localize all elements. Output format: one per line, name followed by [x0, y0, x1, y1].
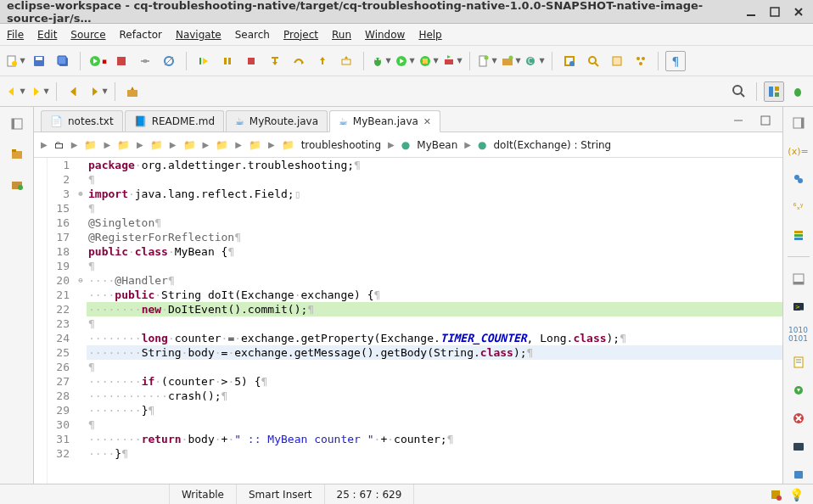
disconnect-button[interactable]	[135, 51, 155, 71]
back-button[interactable]: ▼	[5, 81, 25, 102]
svg-point-42	[589, 57, 596, 64]
menu-refactor[interactable]: Refactor	[120, 29, 162, 41]
forward-button[interactable]: ▼	[29, 81, 49, 102]
terminal-icon[interactable]	[788, 464, 809, 484]
package-explorer-icon[interactable]	[7, 144, 27, 165]
search-button[interactable]	[583, 51, 603, 71]
chevron-icon[interactable]: ▶	[41, 140, 48, 149]
step-return-button[interactable]	[312, 51, 333, 71]
folder-icon[interactable]: 📁	[150, 139, 163, 151]
quick-access-button[interactable]	[729, 81, 749, 102]
coverage-button[interactable]: ▼	[418, 51, 439, 71]
menu-edit[interactable]: Edit	[37, 29, 57, 41]
outline-icon[interactable]	[788, 225, 809, 244]
new-button[interactable]: ▼	[5, 51, 25, 71]
restore-bottom-icon[interactable]	[788, 269, 809, 288]
variables-icon[interactable]: (x)=	[788, 142, 809, 161]
svg-rect-17	[224, 58, 227, 64]
menu-help[interactable]: Help	[418, 29, 441, 41]
menu-navigate[interactable]: Navigate	[176, 29, 221, 41]
svg-marker-33	[447, 55, 451, 59]
restore-right-icon[interactable]	[788, 114, 809, 133]
status-insert: Smart Insert	[237, 484, 325, 504]
restore-left-icon[interactable]	[7, 114, 27, 134]
perspective-debug-button[interactable]	[788, 81, 808, 102]
folder-icon[interactable]: 📁	[282, 139, 294, 151]
svg-rect-75	[794, 238, 803, 240]
menu-window[interactable]: Window	[365, 29, 405, 41]
tip-icon[interactable]: 💡	[786, 484, 806, 505]
code-editor[interactable]: 123151617181920212223242526272829303132 …	[34, 158, 782, 484]
console-icon[interactable]: >_	[788, 297, 809, 316]
stop-button[interactable]	[241, 51, 261, 71]
line-number-gutter[interactable]: 123151617181920212223242526272829303132	[48, 158, 75, 484]
step-into-button[interactable]	[265, 51, 285, 71]
skip-breakpoints-button[interactable]	[159, 51, 179, 71]
fold-gutter[interactable]: ⊕⊖	[75, 158, 87, 484]
next-annotation-button[interactable]: ▼	[87, 81, 108, 102]
folder-icon[interactable]: 📁	[84, 139, 97, 151]
toggle-breadcrumb-button[interactable]	[631, 51, 651, 71]
resume-button[interactable]	[193, 51, 214, 71]
svg-rect-57	[769, 87, 773, 97]
tasks-icon[interactable]	[788, 353, 809, 372]
drop-frame-button[interactable]	[336, 51, 356, 71]
new-package-button[interactable]: ▼	[501, 51, 521, 71]
folder-icon[interactable]: 📁	[117, 139, 130, 151]
maximize-button[interactable]	[767, 4, 782, 20]
binary-icon[interactable]: 10100101	[788, 325, 809, 344]
project-icon[interactable]: 🗀	[54, 139, 64, 151]
error-log-icon[interactable]	[788, 408, 809, 428]
minimize-view-icon[interactable]	[728, 110, 749, 131]
menu-source[interactable]: Source	[70, 29, 105, 41]
pin-button[interactable]	[122, 81, 143, 102]
annotation-gutter[interactable]	[34, 158, 48, 484]
folder-icon[interactable]: 📁	[216, 139, 228, 151]
perspective-java-button[interactable]	[764, 81, 784, 102]
save-all-button[interactable]	[53, 51, 73, 71]
problems-icon[interactable]	[788, 381, 809, 400]
external-tools-button[interactable]: ▼	[442, 51, 463, 71]
tab-notes[interactable]: 📄notes.txt	[41, 110, 123, 132]
tab-readme[interactable]: 📘README.md	[125, 110, 224, 132]
svg-point-37	[509, 55, 513, 59]
run-button[interactable]: ▼	[395, 51, 415, 71]
breadcrumb-method[interactable]: doIt(Exchange) : String	[494, 139, 612, 151]
open-type-button[interactable]	[559, 51, 580, 71]
tab-myroute[interactable]: ☕MyRoute.java	[226, 110, 328, 132]
svg-rect-53	[127, 90, 137, 97]
folder-icon[interactable]: 📁	[249, 139, 261, 151]
terminate-button[interactable]	[111, 51, 132, 71]
menu-search[interactable]: Search	[235, 29, 270, 41]
step-over-button[interactable]	[289, 51, 309, 71]
pilcrow-button[interactable]: ¶	[665, 51, 686, 71]
new-class-button[interactable]: C▼	[524, 51, 545, 71]
save-button[interactable]	[29, 51, 49, 71]
close-button[interactable]	[791, 4, 806, 20]
folder-icon[interactable]: 📁	[183, 139, 196, 151]
svg-rect-73	[794, 231, 803, 233]
last-edit-button[interactable]	[64, 81, 84, 102]
code-body[interactable]: package·org.aldettinger.troubleshooting;…	[87, 158, 782, 484]
toggle-mark-button[interactable]	[607, 51, 627, 71]
svg-marker-48	[8, 87, 14, 96]
type-hierarchy-icon[interactable]	[7, 175, 27, 195]
breakpoints-icon[interactable]	[788, 170, 809, 189]
menu-project[interactable]: Project	[283, 29, 318, 41]
run-last-button[interactable]: ▪	[87, 51, 108, 71]
suspend-button[interactable]	[217, 51, 238, 71]
debug-button[interactable]: ▼	[371, 51, 391, 71]
breadcrumb-class[interactable]: MyBean	[417, 139, 457, 151]
tab-mybean[interactable]: ☕MyBean.java✕	[329, 110, 440, 132]
status-sync-icon[interactable]	[765, 484, 786, 505]
breadcrumb-package[interactable]: troubleshooting	[301, 139, 381, 151]
minimize-button[interactable]	[743, 4, 759, 20]
expressions-icon[interactable]: ⁶ₓʸ	[788, 198, 809, 217]
svg-point-60	[794, 88, 801, 97]
tab-close-icon[interactable]: ✕	[423, 116, 431, 127]
menu-file[interactable]: File	[7, 29, 24, 41]
maximize-view-icon[interactable]	[755, 110, 776, 131]
debug-shell-icon[interactable]	[788, 436, 809, 456]
new-java-button[interactable]: ▼	[477, 51, 497, 71]
menu-run[interactable]: Run	[332, 29, 351, 41]
